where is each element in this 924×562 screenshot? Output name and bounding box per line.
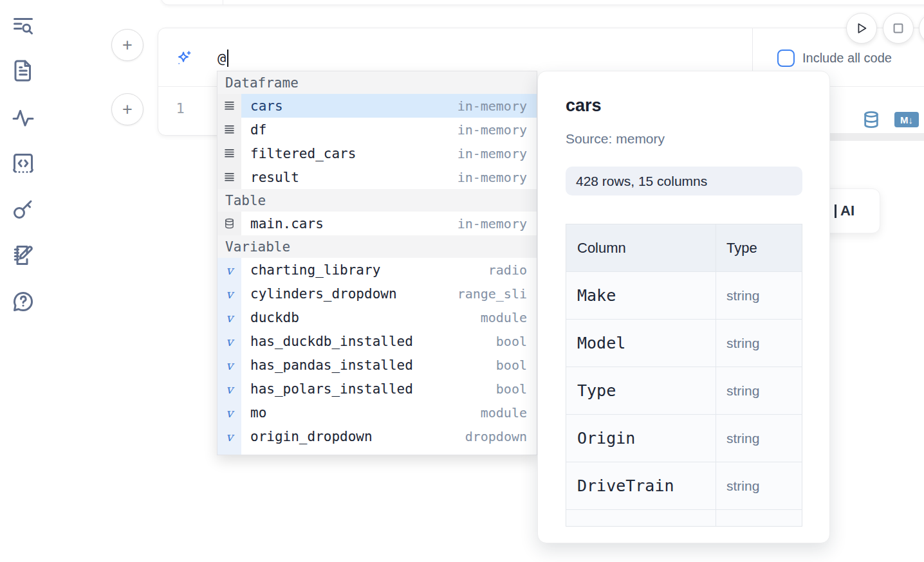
schema-table: Column Type Make string Model string Typ… xyxy=(566,224,802,527)
schema-row-clipped xyxy=(566,510,802,527)
include-all-code-label: Include all code xyxy=(802,51,892,66)
sidebar xyxy=(0,0,46,562)
variable-icon: v xyxy=(217,377,241,401)
gutter-divider xyxy=(223,0,223,5)
completion-item-has-pandas-installed[interactable]: v has_pandas_installed bool xyxy=(217,353,537,377)
snippets-code-icon[interactable] xyxy=(12,152,35,175)
include-all-code-checkbox[interactable] xyxy=(777,50,795,67)
shape-badge: 428 rows, 15 columns xyxy=(566,167,802,195)
completion-item-result[interactable]: result in-memory xyxy=(217,165,537,189)
variable-icon: v xyxy=(217,305,241,329)
section-dataframe: Dataframe xyxy=(217,71,537,94)
cell-output-strip xyxy=(824,133,924,141)
completion-item-origin-dropdown[interactable]: v origin_dropdown dropdown xyxy=(217,424,537,448)
markdown-convert-icon[interactable]: M↓ xyxy=(894,112,919,127)
dataframe-rows-icon xyxy=(217,118,241,141)
dataframe-rows-icon xyxy=(217,141,241,165)
section-table: Table xyxy=(217,189,537,212)
completion-item-duckdb[interactable]: v duckdb module xyxy=(217,305,537,329)
column-header: Column xyxy=(566,224,716,271)
key-icon[interactable] xyxy=(12,197,35,221)
schema-row-make: Make string xyxy=(566,272,802,320)
variable-icon: v xyxy=(217,401,241,424)
completion-item-charting-library[interactable]: v charting_library radio xyxy=(217,258,537,282)
schema-header-row: Column Type xyxy=(566,224,802,272)
add-cell-button-bottom[interactable]: + xyxy=(111,93,143,125)
ai-prompt-input[interactable]: @ xyxy=(217,48,228,68)
variable-icon: v xyxy=(217,282,241,305)
completion-item-has-duckdb-installed[interactable]: v has_duckdb_installed bool xyxy=(217,329,537,353)
variable-icon: v xyxy=(217,448,241,455)
type-header: Type xyxy=(716,224,802,271)
schema-row-drivetrain: DriveTrain string xyxy=(566,462,802,510)
dataframe-rows-icon xyxy=(217,94,241,118)
list-search-icon[interactable] xyxy=(12,14,35,37)
scratchpad-edit-icon[interactable] xyxy=(12,244,35,267)
preview-title: cars xyxy=(566,96,602,116)
autocomplete-menu: Dataframe cars in-memory df in-memory fi… xyxy=(217,71,537,455)
ai-prompt-value: @ xyxy=(217,50,226,66)
variable-icon: v xyxy=(217,329,241,353)
completion-item-main-cars[interactable]: main.cars in-memory xyxy=(217,212,537,235)
ai-button-label-fragment: AI xyxy=(840,203,855,219)
completion-item-mo[interactable]: v mo module xyxy=(217,401,537,424)
help-chat-icon[interactable] xyxy=(12,290,35,313)
schema-row-type: Type string xyxy=(566,367,802,415)
dataframe-preview-panel: cars Source: memory 428 rows, 15 columns… xyxy=(537,71,830,543)
sparkles-icon xyxy=(175,50,193,68)
preview-source: Source: memory xyxy=(566,131,665,147)
variable-icon: v xyxy=(217,258,241,282)
completion-item-filtered-cars[interactable]: filtered_cars in-memory xyxy=(217,141,537,165)
variable-icon: v xyxy=(217,353,241,377)
document-icon[interactable] xyxy=(12,59,35,82)
stop-cell-button[interactable] xyxy=(883,13,914,44)
database-icon xyxy=(217,212,241,235)
variable-icon: v xyxy=(217,424,241,448)
dataframe-rows-icon xyxy=(217,165,241,189)
section-variable: Variable xyxy=(217,235,537,258)
schema-row-origin: Origin string xyxy=(566,415,802,462)
completion-item-has-polars-installed[interactable]: v has_polars_installed bool xyxy=(217,377,537,401)
completion-item-df[interactable]: df in-memory xyxy=(217,118,537,141)
schema-row-model: Model string xyxy=(566,320,802,367)
add-cell-button-top[interactable]: + xyxy=(111,29,143,61)
activity-icon[interactable] xyxy=(12,106,35,129)
covered-letter-fragment xyxy=(835,204,836,218)
completion-item-cylinders-dropdown[interactable]: v cylinders_dropdown range_sli xyxy=(217,282,537,305)
run-cell-button[interactable] xyxy=(846,13,877,44)
completion-item-cars[interactable]: cars in-memory xyxy=(217,94,537,118)
line-number: 1 xyxy=(173,100,187,116)
completion-item-clipped[interactable]: v pd module xyxy=(217,448,537,455)
database-convert-icon[interactable] xyxy=(862,111,880,129)
text-caret xyxy=(227,50,228,67)
previous-cell-edge xyxy=(161,0,924,5)
